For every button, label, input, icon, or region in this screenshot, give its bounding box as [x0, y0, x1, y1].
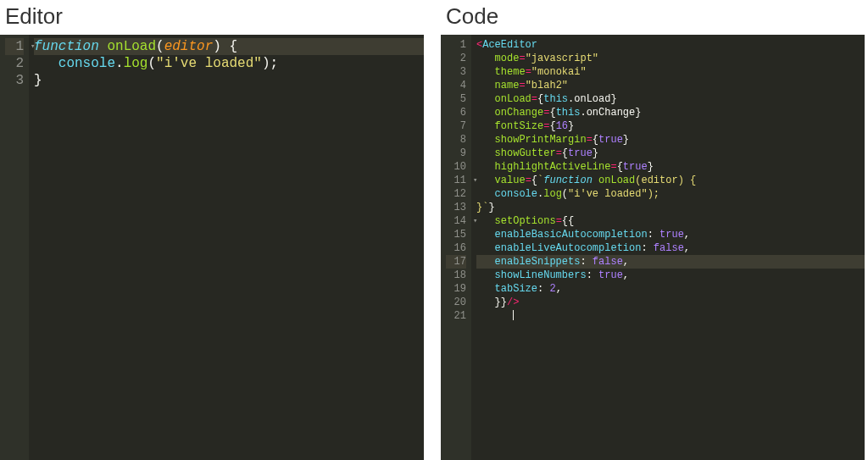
token: log [543, 188, 562, 200]
token: showLineNumbers [495, 269, 587, 281]
token: theme [495, 66, 526, 78]
line-number[interactable]: 1 [446, 38, 466, 52]
token: , [684, 242, 690, 254]
line-number[interactable]: 11 [446, 174, 466, 187]
code-line[interactable]: mode="javascript" [476, 52, 865, 65]
code-line[interactable]: showGutter={true} [476, 147, 865, 160]
code-line[interactable]: theme="monokai" [476, 65, 865, 79]
editor-title: Editor [5, 3, 424, 30]
code-line[interactable]: }}/> [476, 296, 865, 309]
token [99, 39, 108, 54]
token [476, 283, 495, 295]
token [476, 66, 495, 78]
token: : [648, 229, 659, 241]
token: onLoad [574, 93, 610, 105]
line-number[interactable]: 12 [446, 187, 466, 201]
code-line[interactable]: showLineNumbers: true, [476, 269, 865, 282]
code-line[interactable]: onChange={this.onChange} [476, 106, 865, 119]
token: enableSnippets [495, 256, 581, 268]
line-number[interactable]: 2 [446, 52, 466, 65]
code-line[interactable]: } [34, 72, 424, 89]
line-number[interactable]: 7 [446, 119, 466, 133]
line-number[interactable]: 6 [446, 106, 466, 119]
line-number[interactable]: 4 [446, 79, 466, 92]
code-left[interactable]: ▾function onLoad(editor) { console.log("… [29, 35, 424, 460]
code-line[interactable]: name="blah2" [476, 79, 865, 92]
code-line[interactable]: fontSize={16} [476, 119, 865, 133]
line-number[interactable]: 17 [446, 255, 466, 269]
fold-toggle-icon[interactable]: ▾ [473, 214, 477, 228]
editor-left[interactable]: 123 ▾function onLoad(editor) { console.l… [0, 35, 424, 460]
code-line[interactable]: enableBasicAutocompletion: true, [476, 228, 865, 241]
token [476, 107, 495, 119]
token: = [531, 93, 537, 105]
token [34, 56, 58, 71]
code-line[interactable]: console.log("i've loaded"); [476, 187, 865, 201]
token: ( [562, 188, 568, 200]
fold-toggle-icon[interactable]: ▾ [31, 38, 35, 55]
token: enableLiveAutocompletion [495, 242, 642, 254]
token: : [580, 256, 592, 268]
line-number[interactable]: 2 [5, 55, 24, 72]
code-line[interactable]: enableSnippets: false, [476, 255, 865, 269]
token: } [488, 202, 494, 213]
line-number[interactable]: 1 [5, 38, 24, 55]
code-line[interactable]: onLoad={this.onLoad} [476, 92, 865, 106]
gutter-right[interactable]: 123456789101112131415161718192021 [441, 35, 471, 460]
line-number[interactable]: 14 [446, 214, 466, 228]
code-right[interactable]: <AceEditor mode="javascript" theme="mono… [471, 35, 865, 460]
token: } [610, 93, 616, 105]
token: } [635, 107, 641, 119]
line-number[interactable]: 3 [5, 72, 24, 89]
code-line[interactable]: enableLiveAutocompletion: false, [476, 241, 865, 255]
line-number[interactable]: 5 [446, 92, 466, 106]
code-line[interactable]: tabSize: 2, [476, 282, 865, 296]
gutter-left[interactable]: 123 [0, 35, 29, 460]
token: = [526, 175, 531, 186]
code-line[interactable]: console.log("i've loaded"); [34, 55, 424, 72]
token: {{ [562, 215, 574, 227]
line-number[interactable]: 19 [446, 282, 466, 296]
code-line[interactable]: <AceEditor [476, 38, 865, 52]
editor-pane: Editor 123 ▾function onLoad(editor) { co… [0, 0, 424, 460]
code-line[interactable] [476, 309, 865, 323]
token: = [556, 147, 562, 159]
code-line[interactable]: function onLoad(editor) { [34, 38, 424, 55]
line-number[interactable]: 3 [446, 65, 466, 79]
token: function [543, 175, 593, 186]
line-number[interactable]: 21 [446, 309, 466, 323]
line-number[interactable]: 8 [446, 133, 466, 147]
line-number[interactable]: 18 [446, 269, 466, 282]
split-view: Editor 123 ▾function onLoad(editor) { co… [0, 0, 868, 460]
token: "i've loaded" [156, 56, 262, 71]
token [593, 175, 598, 186]
line-number[interactable]: 15 [446, 228, 466, 241]
token: console [58, 56, 115, 71]
token: onChange [495, 107, 544, 119]
line-number[interactable]: 16 [446, 241, 466, 255]
fold-toggle-icon[interactable]: ▾ [473, 174, 477, 187]
token: { [531, 175, 537, 186]
code-line[interactable]: }`} [476, 201, 865, 214]
token [476, 256, 495, 268]
line-number[interactable]: 10 [446, 160, 466, 174]
token [476, 120, 495, 132]
token: { [617, 161, 623, 173]
line-number[interactable]: 9 [446, 147, 466, 160]
token: /> [507, 297, 519, 308]
token: = [519, 53, 525, 64]
line-number[interactable]: 13 [446, 201, 466, 214]
token: fontSize [495, 120, 544, 132]
code-line[interactable]: value={`function onLoad(editor) { [476, 174, 865, 187]
code-line[interactable]: showPrintMargin={true} [476, 133, 865, 147]
token [476, 229, 495, 241]
token [476, 175, 495, 186]
code-line[interactable]: highlightActiveLine={true} [476, 160, 865, 174]
token: "blah2" [526, 80, 568, 91]
editor-right[interactable]: 123456789101112131415161718192021 <AceEd… [441, 35, 865, 460]
token: 16 [556, 120, 568, 132]
token: name [495, 80, 520, 91]
code-line[interactable]: setOptions={{ [476, 214, 865, 228]
token: onLoad [107, 39, 156, 54]
line-number[interactable]: 20 [446, 296, 466, 309]
